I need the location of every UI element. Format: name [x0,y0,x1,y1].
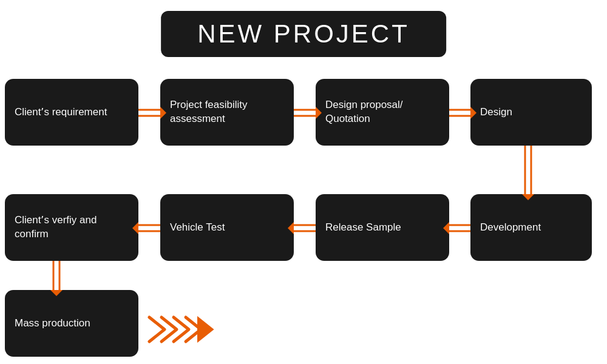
box-design-proposal: Design proposal/ Quotation [316,79,449,146]
page-title: NEW PROJECT [197,19,410,49]
box-mass-production-label: Mass production [15,317,90,331]
title-box: NEW PROJECT [161,11,446,57]
box-client-verify: Clientʼs verfiy and confirm [5,194,138,261]
box-release-sample: Release Sample [316,194,449,261]
box-client-verify-label: Clientʼs verfiy and confirm [15,214,129,241]
box-design: Design [470,79,592,146]
box-design-proposal-label: Design proposal/ Quotation [325,98,439,126]
chevron-arrows-svg [143,314,216,345]
mass-production-arrows [143,314,216,345]
box-feasibility: Project feasibility assessment [160,79,294,146]
box-client-requirement: Clientʼs requirement [5,79,138,146]
box-client-requirement-label: Clientʼs requirement [15,106,107,120]
box-vehicle-test: Vehicle Test [160,194,294,261]
box-feasibility-label: Project feasibility assessment [170,98,284,126]
box-release-sample-label: Release Sample [325,221,401,235]
svg-marker-24 [198,317,213,342]
box-design-label: Design [480,106,512,120]
box-mass-production: Mass production [5,290,138,357]
box-development: Development [470,194,592,261]
box-development-label: Development [480,221,541,235]
box-vehicle-test-label: Vehicle Test [170,221,225,235]
